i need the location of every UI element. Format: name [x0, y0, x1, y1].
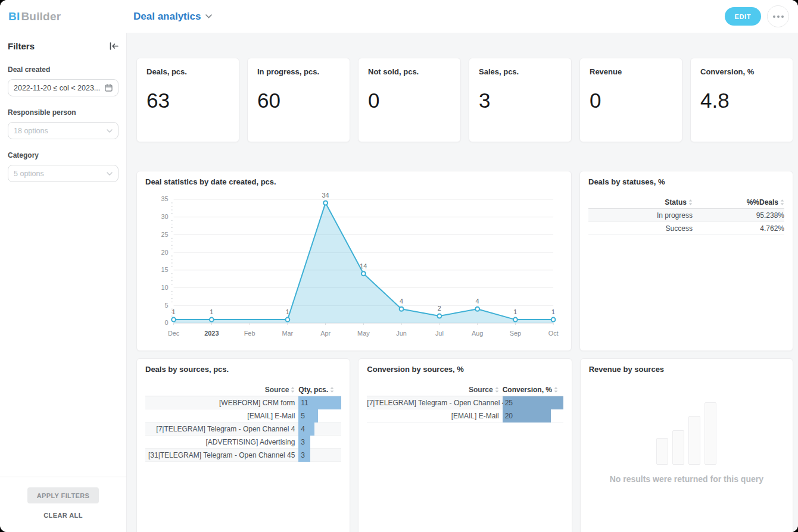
kpi-value: 3 — [479, 89, 562, 112]
svg-text:1: 1 — [210, 308, 213, 315]
svg-text:14: 14 — [360, 262, 367, 270]
column-header-deals[interactable]: %%Deals — [694, 198, 784, 206]
column-header-source[interactable]: Source — [367, 386, 502, 394]
svg-text:1: 1 — [513, 308, 517, 315]
svg-text:1: 1 — [286, 308, 289, 315]
deal-statistics-line-chart: 05101520253035Dec2023FebMarAprMayJunJulA… — [145, 189, 563, 341]
svg-text:35: 35 — [161, 195, 169, 202]
kpi-card: Sales, pcs.3 — [469, 58, 572, 142]
table-row: Success 4.762% — [588, 222, 784, 235]
svg-text:Apr: Apr — [320, 330, 331, 337]
table-row: [EMAIL] E-Mail 5 — [145, 409, 341, 423]
sort-icon — [495, 387, 499, 393]
svg-text:34: 34 — [322, 192, 329, 199]
value-bar: 5 — [298, 409, 318, 423]
deal-created-input[interactable]: 2022-11-20 ≤ col < 2023... — [8, 79, 119, 96]
sort-icon — [554, 387, 558, 393]
logo-builder: Builder — [21, 10, 61, 23]
clear-all-button[interactable]: CLEAR ALL — [43, 512, 83, 519]
value-cell: 95.238% — [694, 211, 784, 220]
category-placeholder: 5 options — [14, 170, 107, 178]
bar-cell: 4 — [298, 423, 341, 436]
svg-text:15: 15 — [161, 266, 169, 273]
svg-text:4: 4 — [476, 298, 479, 305]
responsible-person-label: Responsible person — [8, 108, 119, 117]
table-row: [WEBFORM] CRM form 11 — [145, 396, 341, 409]
kpi-value: 0 — [368, 89, 451, 112]
kpi-value: 4.8 — [700, 89, 783, 112]
kpi-label: Deals, pcs. — [146, 67, 229, 76]
kpi-label: In progress, pcs. — [257, 67, 340, 76]
status-cell: Success — [588, 224, 694, 233]
kpi-label: Conversion, % — [700, 67, 783, 76]
statuses-table: Status %%Deals In progress 95.238% Succe… — [588, 196, 784, 235]
panel-title: Deals by statuses, % — [588, 177, 784, 186]
column-header-value[interactable]: Conversion, % — [503, 386, 563, 394]
header-actions: EDIT — [725, 5, 798, 27]
svg-text:10: 10 — [161, 284, 169, 291]
sort-icon — [330, 387, 334, 393]
dashboard-title-dropdown[interactable]: Deal analytics — [127, 11, 212, 23]
bar-cell: 5 — [298, 409, 341, 423]
deals-by-sources-table: Source Qty, pcs. [WEBFORM] CRM form 11 [… — [145, 383, 341, 462]
app-window: BIBuilder Deal analytics EDIT Filters De… — [0, 0, 798, 532]
panel-title: Revenue by sources — [589, 365, 784, 374]
value-bar: 11 — [298, 396, 341, 409]
empty-state: No results were returned for this query — [589, 374, 784, 532]
kpi-card: Deals, pcs.63 — [136, 58, 239, 142]
more-options-button[interactable] — [767, 5, 789, 27]
kpi-value: 63 — [146, 89, 229, 112]
responsible-person-placeholder: 18 options — [14, 127, 107, 135]
edit-button[interactable]: EDIT — [725, 7, 761, 26]
value-cell: 4.762% — [694, 224, 784, 233]
column-header-status[interactable]: Status — [588, 198, 694, 206]
value-bar: 25 — [503, 396, 563, 409]
table-row: In progress 95.238% — [588, 209, 784, 222]
category-select[interactable]: 5 options — [8, 165, 119, 182]
table-row: [31|TELEGRAM] Telegram - Open Channel 45… — [145, 449, 341, 462]
bar-cell: 25 — [503, 396, 563, 409]
svg-text:Dec: Dec — [168, 330, 180, 337]
kpi-label: Sales, pcs. — [479, 67, 562, 76]
panel-deals-by-statuses: Deals by statuses, % Status %%Deals In p… — [579, 171, 793, 351]
bar-value: 3 — [298, 438, 305, 446]
table-row: [7|TELEGRAM] Telegram - Open Channel 4 2… — [367, 396, 563, 409]
table-header-row: Status %%Deals — [588, 196, 784, 209]
chevron-down-icon — [205, 14, 212, 18]
svg-text:Oct: Oct — [548, 330, 559, 337]
category-label: Category — [8, 151, 119, 159]
bar-value: 4 — [298, 425, 305, 433]
bar-value: 3 — [298, 451, 305, 459]
collapse-sidebar-icon[interactable] — [110, 42, 119, 50]
kpi-value: 0 — [590, 89, 672, 112]
svg-text:Mar: Mar — [282, 330, 293, 337]
value-bar: 3 — [298, 449, 310, 462]
svg-text:1: 1 — [172, 308, 176, 315]
svg-text:Aug: Aug — [472, 330, 483, 337]
dashboard-content: Deals, pcs.63In progress, pcs.60Not sold… — [127, 33, 798, 532]
column-header-value[interactable]: Qty, pcs. — [298, 386, 341, 394]
value-bar: 4 — [298, 423, 314, 436]
svg-text:Sep: Sep — [510, 330, 521, 337]
svg-text:25: 25 — [161, 231, 169, 238]
panel-revenue-by-sources: Revenue by sources No results were retur… — [580, 358, 793, 532]
panel-deal-statistics: Deal statistics by date created, pcs. 05… — [136, 171, 572, 351]
source-cell: [31|TELEGRAM] Telegram - Open Channel 45 — [145, 451, 298, 459]
bar-chart-placeholder-icon — [656, 402, 716, 465]
sort-icon — [291, 387, 295, 393]
chevron-down-icon — [107, 172, 113, 176]
value-bar: 3 — [298, 436, 310, 449]
svg-text:Jul: Jul — [435, 330, 444, 337]
kpi-card: Revenue0 — [579, 58, 682, 142]
responsible-person-select[interactable]: 18 options — [8, 122, 119, 139]
bar-cell: 11 — [298, 396, 341, 409]
svg-text:Jun: Jun — [396, 330, 407, 337]
kpi-card: Not sold, pcs.0 — [358, 58, 461, 142]
kpi-row: Deals, pcs.63In progress, pcs.60Not sold… — [136, 58, 793, 142]
column-header-source[interactable]: Source — [145, 386, 298, 394]
svg-text:May: May — [357, 330, 370, 337]
kpi-label: Not sold, pcs. — [368, 67, 451, 76]
apply-filters-button[interactable]: APPLY FILTERS — [27, 487, 99, 503]
bar-value: 20 — [503, 412, 513, 420]
source-cell: [ADVERTISING] Advertising — [145, 438, 298, 446]
